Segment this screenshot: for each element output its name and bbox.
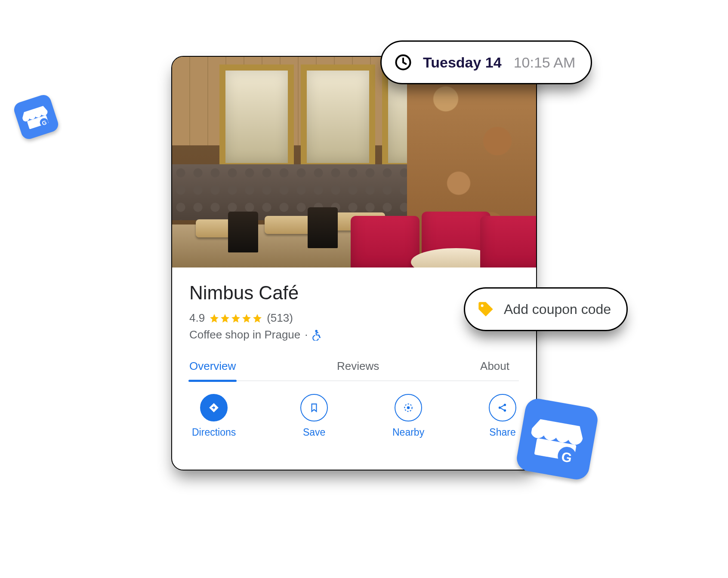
action-directions[interactable]: Directions bbox=[192, 394, 236, 438]
action-label: Share bbox=[489, 427, 515, 438]
tab-reviews[interactable]: Reviews bbox=[337, 360, 379, 381]
add-coupon-pill[interactable]: Add coupon code bbox=[464, 287, 628, 331]
business-listing-card: Nimbus Café 4.9 (513) Coffee shop in Pra… bbox=[171, 56, 537, 470]
dot-separator: · bbox=[305, 328, 308, 341]
schedule-pill[interactable]: Tuesday 14 10:15 AM bbox=[380, 40, 592, 84]
rating-stars bbox=[209, 313, 262, 323]
tab-overview[interactable]: Overview bbox=[189, 360, 236, 381]
star-icon bbox=[252, 313, 262, 323]
price-tag-icon bbox=[477, 301, 494, 318]
star-icon bbox=[220, 313, 230, 323]
svg-point-3 bbox=[315, 330, 318, 332]
action-label: Save bbox=[303, 427, 325, 438]
turn-right-icon bbox=[208, 402, 219, 413]
schedule-time: 10:15 AM bbox=[514, 54, 576, 71]
action-nearby[interactable]: Nearby bbox=[392, 394, 424, 438]
category-text: Coffee shop in Prague bbox=[189, 328, 300, 341]
listing-tabs: Overview Reviews About bbox=[189, 360, 519, 381]
action-save[interactable]: Save bbox=[300, 394, 328, 438]
rating-count: (513) bbox=[267, 311, 293, 325]
clock-icon bbox=[394, 53, 413, 72]
star-icon bbox=[209, 313, 219, 323]
listing-hero-image[interactable] bbox=[172, 57, 536, 267]
action-label: Directions bbox=[192, 427, 236, 438]
tab-about[interactable]: About bbox=[480, 360, 509, 381]
star-icon bbox=[231, 313, 241, 323]
google-business-tile-big: G bbox=[515, 397, 600, 482]
google-business-tile-small: G bbox=[12, 93, 60, 141]
bookmark-icon bbox=[308, 402, 320, 413]
share-icon bbox=[497, 402, 508, 413]
schedule-day: Tuesday 14 bbox=[423, 54, 502, 71]
storefront-icon: G bbox=[526, 408, 588, 470]
action-label: Nearby bbox=[392, 427, 424, 438]
action-row: Directions Save bbox=[189, 381, 519, 438]
svg-point-5 bbox=[407, 406, 410, 409]
action-share[interactable]: Share bbox=[489, 394, 516, 438]
category-row: Coffee shop in Prague · bbox=[189, 328, 519, 341]
coupon-label: Add coupon code bbox=[504, 301, 611, 317]
star-icon bbox=[241, 313, 252, 323]
storefront-icon: G bbox=[19, 100, 53, 134]
rating-value: 4.9 bbox=[189, 311, 205, 325]
wheelchair-accessible-icon bbox=[312, 329, 322, 341]
svg-point-10 bbox=[481, 304, 484, 307]
location-icon bbox=[403, 402, 414, 413]
